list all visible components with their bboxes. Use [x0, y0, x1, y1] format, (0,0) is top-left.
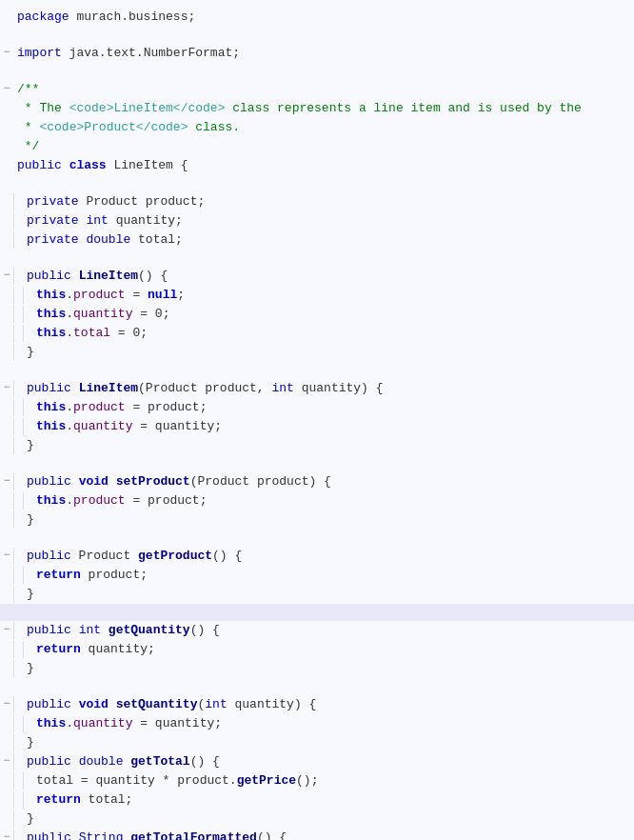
indent-guide — [13, 772, 23, 790]
code-line: public class LineItem { — [0, 156, 634, 175]
indent-guide — [13, 641, 23, 658]
indent-guide — [13, 791, 23, 809]
code-text: return quantity; — [32, 641, 634, 658]
code-text: /** — [13, 81, 634, 98]
indent-guide — [13, 810, 23, 828]
indent-guide — [23, 287, 32, 304]
collapse-icon[interactable]: − — [0, 380, 13, 394]
collapse-icon[interactable]: − — [0, 81, 13, 95]
code-line: } — [0, 810, 634, 829]
code-line: −public LineItem() { — [0, 267, 634, 286]
code-text: this.product = null; — [32, 287, 634, 304]
code-text: public void setQuantity(int quantity) { — [23, 696, 634, 713]
code-line: −public String getTotalFormatted() { — [0, 829, 634, 840]
code-line — [0, 250, 634, 267]
code-text: total = quantity * product.getPrice(); — [32, 772, 634, 790]
collapse-icon[interactable]: − — [0, 830, 13, 840]
indent-guide — [23, 492, 32, 510]
indent-guide — [13, 715, 23, 732]
code-text: public LineItem(Product product, int qua… — [23, 380, 634, 397]
collapse-icon[interactable]: − — [0, 45, 13, 59]
indent-guide — [13, 734, 23, 751]
indent-guide — [13, 586, 23, 603]
code-line — [0, 530, 634, 547]
code-line: −public void setProduct(Product product)… — [0, 472, 634, 491]
code-line: private int quantity; — [0, 211, 634, 230]
code-line: private Product product; — [0, 192, 634, 211]
indent-guide — [23, 791, 32, 809]
indent-guide — [23, 567, 32, 584]
code-text: package murach.business; — [13, 9, 634, 26]
code-editor: package murach.business;−import java.tex… — [0, 0, 634, 840]
code-text: private int quantity; — [23, 212, 634, 230]
code-text: } — [23, 660, 634, 677]
collapse-icon[interactable]: − — [0, 622, 13, 636]
code-text: } — [23, 437, 634, 454]
code-line: this.product = product; — [0, 491, 634, 510]
code-line: total = quantity * product.getPrice(); — [0, 771, 634, 790]
collapse-icon[interactable]: − — [0, 696, 13, 710]
code-line — [0, 175, 634, 192]
indent-guide — [13, 325, 23, 342]
code-text: public double getTotal() { — [23, 753, 634, 770]
collapse-icon[interactable]: − — [0, 268, 13, 282]
indent-guide — [13, 511, 23, 529]
indent-guide — [13, 660, 23, 677]
code-line: } — [0, 436, 634, 455]
indent-guide — [13, 437, 23, 454]
code-line: −public int getQuantity() { — [0, 621, 634, 640]
indent-guide — [23, 306, 32, 323]
code-text: } — [23, 586, 634, 603]
indent-guide — [13, 231, 23, 249]
code-text: public Product getProduct() { — [23, 548, 634, 565]
code-text: public int getQuantity() { — [23, 622, 634, 639]
code-text: } — [23, 511, 634, 529]
code-text: * The <code>LineItem</code> class repres… — [13, 100, 634, 117]
code-line — [0, 63, 634, 80]
code-line: * <code>Product</code> class. — [0, 118, 634, 137]
code-text: return total; — [32, 791, 634, 809]
code-line: return total; — [0, 790, 634, 810]
code-text: } — [23, 344, 634, 361]
indent-guide — [13, 399, 23, 416]
indent-guide — [13, 548, 23, 565]
indent-guide — [13, 306, 23, 323]
code-text: */ — [13, 138, 634, 155]
code-text: this.quantity = 0; — [32, 306, 634, 323]
code-line: −public Product getProduct() { — [0, 547, 634, 566]
indent-guide — [13, 380, 23, 397]
code-line: * The <code>LineItem</code> class repres… — [0, 99, 634, 118]
code-line: return product; — [0, 566, 634, 585]
indent-guide — [23, 641, 32, 658]
code-line: package murach.business; — [0, 8, 634, 27]
code-line — [0, 678, 634, 695]
code-line — [0, 455, 634, 472]
collapse-icon[interactable]: − — [0, 753, 13, 768]
code-line — [0, 604, 634, 621]
code-line: −public LineItem(Product product, int qu… — [0, 379, 634, 398]
code-line: −import java.text.NumberFormat; — [0, 44, 634, 63]
code-text: public LineItem() { — [23, 268, 634, 285]
code-text: } — [23, 734, 634, 751]
indent-guide — [13, 492, 23, 510]
code-text: import java.text.NumberFormat; — [13, 45, 634, 62]
code-text: * <code>Product</code> class. — [13, 119, 634, 136]
indent-guide — [13, 696, 23, 713]
collapse-icon[interactable]: − — [0, 473, 13, 488]
code-line: −public double getTotal() { — [0, 752, 634, 771]
code-text: this.quantity = quantity; — [32, 715, 634, 732]
indent-guide — [13, 193, 23, 210]
code-text: return product; — [32, 567, 634, 584]
code-line: this.quantity = quantity; — [0, 714, 634, 733]
code-text: this.total = 0; — [32, 325, 634, 342]
code-line: this.product = null; — [0, 286, 634, 305]
code-text: private Product product; — [23, 193, 634, 210]
indent-guide — [13, 418, 23, 435]
indent-guide — [13, 753, 23, 770]
code-line: return quantity; — [0, 640, 634, 659]
collapse-icon[interactable]: − — [0, 548, 13, 562]
code-line: this.quantity = 0; — [0, 305, 634, 324]
indent-guide — [23, 772, 32, 790]
indent-guide — [13, 344, 23, 361]
code-line: */ — [0, 137, 634, 156]
